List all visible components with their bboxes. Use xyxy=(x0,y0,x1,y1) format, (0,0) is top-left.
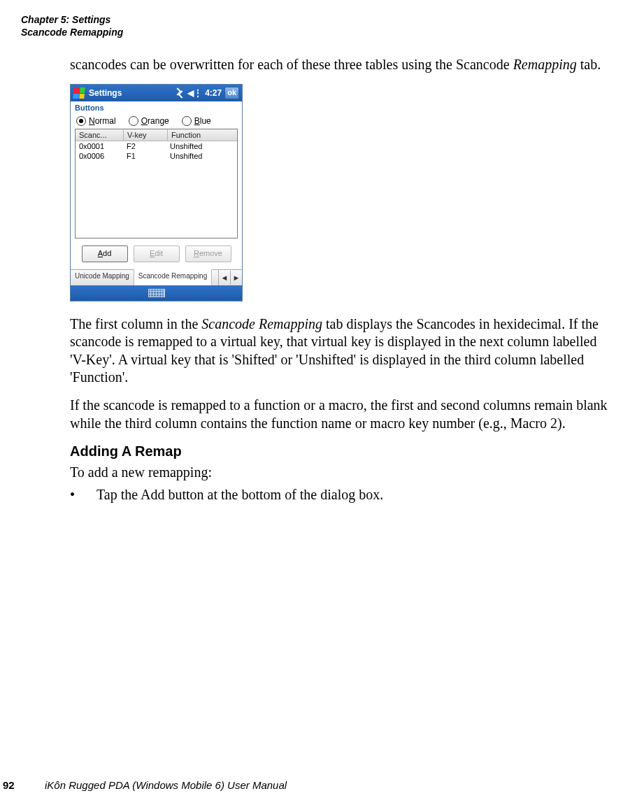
text-bold: Add xyxy=(141,487,164,502)
book-title: iKôn Rugged PDA (Windows Mobile 6) User … xyxy=(45,779,287,791)
grid-header[interactable]: Scanc... V-key Function xyxy=(76,129,237,141)
page-number: 92 xyxy=(0,779,45,791)
radio-dot-icon xyxy=(129,116,138,126)
scancode-grid[interactable]: Scanc... V-key Function 0x0001 F2 Unshif… xyxy=(75,129,238,238)
col-vkey[interactable]: V-key xyxy=(124,129,168,141)
text-italic: Remapping xyxy=(513,57,577,72)
radio-orange[interactable]: Orange xyxy=(129,116,169,126)
subheading: Adding A Remap xyxy=(70,443,616,460)
start-icon[interactable] xyxy=(73,87,85,99)
chapter-line: Chapter 5: Settings xyxy=(21,14,623,27)
edit-button[interactable]: Edit xyxy=(134,245,180,262)
radio-blue[interactable]: Blue xyxy=(182,116,211,126)
tab-strip: Unicode Mapping Scancode Remapping ◄ ► xyxy=(71,269,242,285)
volume-icon[interactable]: ◀⋮ xyxy=(187,88,202,98)
tab-scroll-left-icon[interactable]: ◄ xyxy=(219,271,231,285)
applet-title: Buttons xyxy=(71,101,242,113)
tab-unicode-mapping[interactable]: Unicode Mapping xyxy=(71,270,134,285)
tab-scroll-right-icon[interactable]: ► xyxy=(231,271,242,285)
content-area: scancodes can be overwritten for each of… xyxy=(70,56,616,504)
list-item: Tap the Add button at the bottom of the … xyxy=(70,486,616,504)
paragraph: To add a new remapping: xyxy=(70,464,616,482)
titlebar: Settings ◀⋮ 4:27 ok xyxy=(71,85,242,101)
radio-normal[interactable]: Normal xyxy=(76,116,116,126)
tab-scroll: ◄ ► xyxy=(218,270,242,285)
radio-dot-icon xyxy=(182,116,192,126)
bullet-list: Tap the Add button at the bottom of the … xyxy=(70,486,616,504)
text-italic: Scancode Remapping xyxy=(201,316,322,332)
tab-scancode-remapping[interactable]: Scancode Remapping xyxy=(134,269,212,285)
ok-button[interactable]: ok xyxy=(224,87,239,99)
text: scancodes can be overwritten for each of… xyxy=(70,57,513,72)
button-row: Add Edit Remove xyxy=(75,245,238,262)
page-footer: 92 iKôn Rugged PDA (Windows Mobile 6) Us… xyxy=(0,779,644,791)
add-button[interactable]: Add xyxy=(82,245,128,262)
applet-body: Normal Orange Blue Scanc... V-key xyxy=(71,113,242,269)
pda-screenshot: Settings ◀⋮ 4:27 ok Buttons Normal Orang… xyxy=(70,84,243,301)
text: Tap the xyxy=(96,487,141,502)
text: tab. xyxy=(577,57,601,72)
section-line: Scancode Remapping xyxy=(21,27,623,39)
col-scancode[interactable]: Scanc... xyxy=(76,129,124,141)
intro-paragraph: scancodes can be overwritten for each of… xyxy=(70,56,616,74)
paragraph: The first column in the Scancode Remappi… xyxy=(70,315,616,387)
remove-button[interactable]: Remove xyxy=(185,245,231,262)
paragraph: If the scancode is remapped to a functio… xyxy=(70,397,616,432)
page: Chapter 5: Settings Scancode Remapping s… xyxy=(0,0,644,812)
radio-dot-icon xyxy=(76,116,86,126)
col-function[interactable]: Function xyxy=(168,129,237,141)
mode-radios: Normal Orange Blue xyxy=(75,116,238,126)
bottom-bar xyxy=(71,285,242,301)
window-title: Settings xyxy=(89,88,122,98)
clock: 4:27 xyxy=(205,88,222,98)
connectivity-icon[interactable] xyxy=(175,89,185,97)
sip-keyboard-icon[interactable] xyxy=(148,289,165,297)
table-row[interactable]: 0x0006 F1 Unshifted xyxy=(76,151,237,161)
text: The first column in the xyxy=(70,316,201,332)
running-header: Chapter 5: Settings Scancode Remapping xyxy=(21,14,623,38)
table-row[interactable]: 0x0001 F2 Unshifted xyxy=(76,141,237,151)
text: button at the bottom of the dialog box. xyxy=(164,487,383,502)
